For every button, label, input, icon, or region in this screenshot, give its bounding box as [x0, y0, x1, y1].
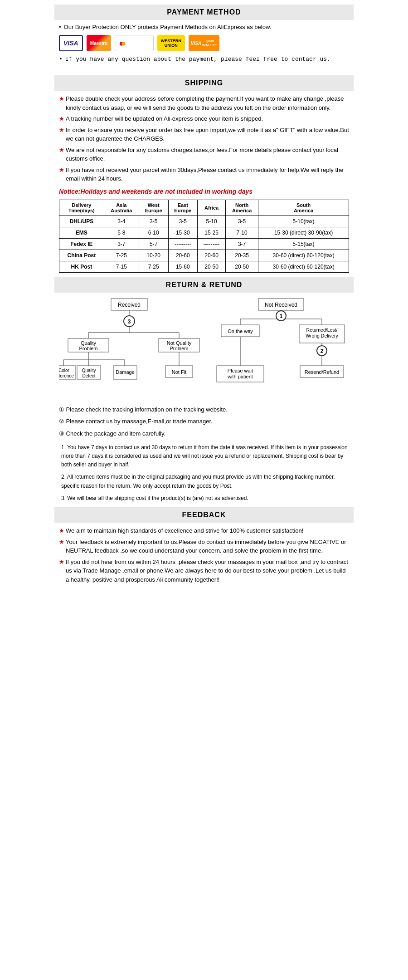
col-south-america: SouthAmerica [258, 200, 349, 216]
svg-text:Not Fit: Not Fit [172, 369, 186, 375]
svg-text:Received: Received [118, 302, 141, 308]
table-cell: 20-50 [226, 261, 258, 272]
return-note-2: ② Please contact us by massage,E-mail,or… [59, 417, 349, 426]
qiwi-icon: VISA QIWIWALLET [189, 35, 219, 51]
return-item-1: 1. You have 7 days to contact us and 30 … [59, 443, 349, 470]
table-cell: 10-20 [139, 250, 168, 261]
western-union-icon: WESTERNUNION [157, 35, 185, 51]
col-asia: AsiaAustralia [104, 200, 139, 216]
table-cell: --------- [198, 238, 226, 250]
table-cell: 5-7 [139, 238, 168, 250]
table-cell: 5-15(tax) [258, 238, 349, 250]
col-africa: Africa [198, 200, 226, 216]
mastercard-icon: ●● MasterCard [115, 35, 154, 51]
table-cell: 7-15 [104, 261, 139, 272]
table-row: HK Post7-157-2515-6020-5020-5030-60 (dir… [59, 261, 349, 272]
col-delivery: DeliveryTime(days) [59, 200, 104, 216]
table-cell: EMS [59, 227, 104, 238]
return-section-title: RETURN & RETUND [54, 277, 354, 293]
return-note-3: ③ Check the package and item carefully. [59, 429, 349, 439]
feedback-section-title: FEEDBACK [54, 507, 354, 523]
shipping-item-5: If you have not received your parcel wit… [59, 166, 349, 183]
shipping-notice: Notice:Hoildays and weekends are not inc… [59, 188, 349, 195]
svg-text:2: 2 [321, 348, 324, 354]
svg-text:Damage: Damage [116, 369, 135, 375]
payment-section: •Our Buyer Protection ONLY protects Paym… [54, 24, 354, 71]
table-cell: 15-30 [168, 227, 198, 238]
payment-bullet2: •If you have any question about the paym… [59, 56, 349, 63]
svg-text:Problem: Problem [170, 346, 189, 351]
svg-text:difference: difference [59, 373, 74, 378]
table-cell: 3-4 [104, 216, 139, 227]
table-cell: 7-10 [226, 227, 258, 238]
feedback-item-1: We aim to maintain high standards of exc… [59, 526, 349, 535]
svg-text:Returned/Lost/: Returned/Lost/ [306, 327, 338, 333]
col-east-europe: EastEurope [168, 200, 198, 216]
table-cell: 30-60 (direct) 60-120(tax) [258, 261, 349, 272]
svg-text:Not Quality: Not Quality [167, 340, 192, 346]
svg-text:with patient: with patient [227, 374, 253, 379]
svg-text:3: 3 [128, 318, 131, 325]
svg-text:Color: Color [59, 368, 70, 373]
svg-text:Resend/Refund: Resend/Refund [305, 369, 339, 375]
payment-bullet1: •Our Buyer Protection ONLY protects Paym… [59, 24, 349, 30]
table-cell: 6-10 [139, 227, 168, 238]
table-cell: 15-60 [168, 261, 198, 272]
table-cell: --------- [168, 238, 198, 250]
table-row: China Post7-2510-2020-6020-6020-3530-60 … [59, 250, 349, 261]
return-item-3: 3. We will bear all the shipping cost if… [59, 494, 349, 503]
shipping-section: Please double check your address before … [54, 94, 354, 273]
table-cell: 3-7 [226, 238, 258, 250]
svg-text:Quality: Quality [82, 368, 96, 373]
return-section: Received 3 Quality Problem Not Quality P… [54, 296, 354, 503]
shipping-item-4: We are not responsible for any customs c… [59, 146, 349, 163]
svg-text:Please wait: Please wait [228, 368, 253, 373]
col-west-europe: WestEurope [139, 200, 168, 216]
table-cell: HK Post [59, 261, 104, 272]
payment-icons: VISA Maestro ●● MasterCard WESTERNUNION … [59, 35, 349, 51]
return-list: 1. You have 7 days to contact us and 30 … [59, 443, 349, 503]
table-cell: 7-25 [139, 261, 168, 272]
table-cell: 5-8 [104, 227, 139, 238]
table-row: DHL/UPS3-43-53-55-103-55-10(tax) [59, 216, 349, 227]
flowchart-svg: Received 3 Quality Problem Not Quality P… [59, 296, 349, 401]
return-item-2: 2. All returned items must be in the ori… [59, 473, 349, 490]
table-cell: China Post [59, 250, 104, 261]
table-cell: 20-60 [198, 250, 226, 261]
table-cell: 20-60 [168, 250, 198, 261]
svg-text:Quality: Quality [81, 340, 97, 346]
table-cell: 20-50 [198, 261, 226, 272]
feedback-section: We aim to maintain high standards of exc… [54, 526, 354, 595]
table-cell: 3-5 [168, 216, 198, 227]
table-cell: 5-10(tax) [258, 216, 349, 227]
shipping-section-title: SHIPPING [54, 75, 354, 91]
return-notes: ① Please check the tracking information … [59, 405, 349, 439]
svg-text:Not  Received: Not Received [265, 302, 297, 308]
svg-text:Defect: Defect [83, 373, 96, 378]
table-cell: 30-60 (direct) 60-120(tax) [258, 250, 349, 261]
svg-text:On the way: On the way [228, 328, 253, 334]
visa-icon: VISA [59, 35, 83, 51]
shipping-table: DeliveryTime(days) AsiaAustralia WestEur… [59, 200, 349, 273]
return-note-1: ① Please check the tracking information … [59, 405, 349, 415]
table-cell: 7-25 [104, 250, 139, 261]
payment-section-title: PAYMENT METHOD [54, 5, 354, 20]
table-row: Fedex IE3-75-7------------------3-75-15(… [59, 238, 349, 250]
table-cell: 20-35 [226, 250, 258, 261]
shipping-item-2: A tracking number will be updated on Ali… [59, 114, 349, 123]
svg-text:Wrong Delivery: Wrong Delivery [306, 333, 338, 338]
svg-text:1: 1 [280, 313, 283, 319]
shipping-item-3: In order to ensure you receive your orde… [59, 126, 349, 143]
maestro-icon: Maestro [87, 35, 111, 51]
shipping-item-1: Please double check your address before … [59, 94, 349, 112]
table-cell: 15-25 [198, 227, 226, 238]
table-row: EMS5-86-1015-3015-257-1015-30 (direct) 3… [59, 227, 349, 238]
col-north-america: NorthAmerica [226, 200, 258, 216]
table-cell: 15-30 (direct) 30-90(tax) [258, 227, 349, 238]
table-cell: 3-7 [104, 238, 139, 250]
feedback-item-3: If you did not hear from us within 24 ho… [59, 558, 349, 584]
table-cell: Fedex IE [59, 238, 104, 250]
table-cell: 5-10 [198, 216, 226, 227]
feedback-item-2: Your feedback is extremely important to … [59, 538, 349, 555]
table-cell: 3-5 [139, 216, 168, 227]
